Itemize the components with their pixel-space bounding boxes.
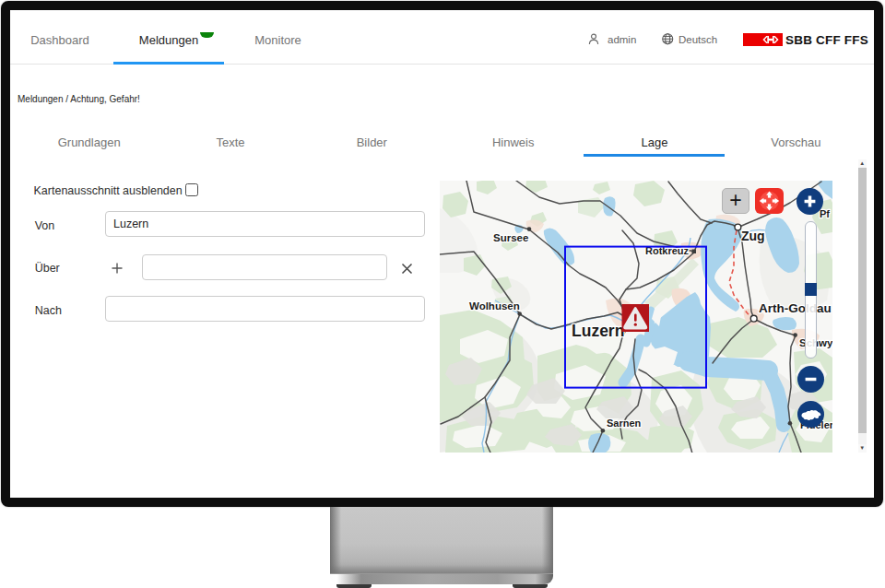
svg-text:Wolhusen: Wolhusen: [469, 300, 520, 312]
svg-text:Zug: Zug: [741, 229, 765, 243]
svg-text:Sarnen: Sarnen: [607, 417, 642, 429]
svg-text:Sursee: Sursee: [493, 232, 528, 243]
svg-text:Arth-Goldau: Arth-Goldau: [759, 301, 832, 315]
svg-text:Luzern: Luzern: [572, 322, 624, 340]
